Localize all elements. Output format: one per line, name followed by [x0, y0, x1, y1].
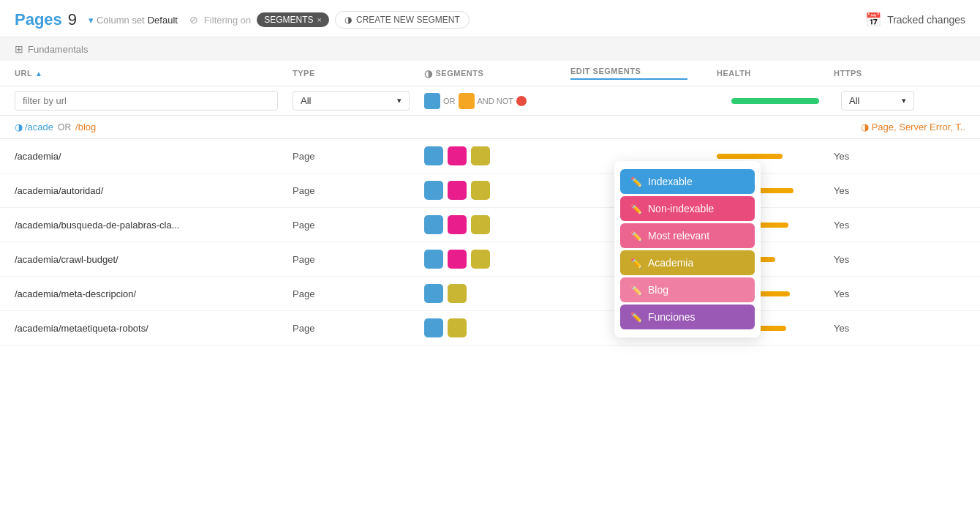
- health-bar-green: [731, 98, 819, 104]
- segment-dot-blue[interactable]: [424, 250, 443, 269]
- table-row: /academia/crawl-budget/ Page Yes: [0, 242, 980, 277]
- dropdown-item-blog[interactable]: ✏️ Blog: [620, 277, 755, 302]
- segment-dot-yellow[interactable]: [471, 250, 490, 269]
- table-header: URL ▲ TYPE ◑ SEGMENTS EDIT SEGMENTS HEAL…: [0, 61, 980, 86]
- type-filter-value: Page, Server Error, T..: [872, 122, 965, 132]
- segment-badge-label: SEGMENTS: [264, 15, 313, 25]
- segment-dot-blue[interactable]: [424, 181, 443, 200]
- segment-dot-pink[interactable]: [448, 181, 467, 200]
- dropdown-item-label: Indexable: [648, 176, 693, 187]
- page-title-area: Pages 9: [15, 10, 77, 29]
- layers-icon: ⊞: [15, 43, 23, 55]
- segment-dot-yellow[interactable]: [471, 215, 490, 234]
- active-filter-row: ◑ /acade OR /blog ◑ Page, Server Error, …: [0, 116, 980, 139]
- cell-segments: [424, 181, 570, 200]
- tracked-changes-label: Tracked changes: [887, 14, 965, 26]
- cell-type: Page: [293, 254, 424, 265]
- page-title: Pages: [15, 10, 62, 29]
- col-header-url[interactable]: URL ▲: [15, 69, 293, 78]
- https-filter-select[interactable]: All ▾: [841, 91, 914, 111]
- col-header-type[interactable]: TYPE: [293, 69, 424, 78]
- cell-segments: [424, 250, 570, 269]
- filter-row: All ▾ OR AND NOT All ▾: [0, 86, 980, 116]
- cell-type: Page: [293, 151, 424, 162]
- edit-icon: ✏️: [630, 312, 642, 323]
- tracked-changes-button[interactable]: 📅 Tracked changes: [865, 12, 965, 28]
- dropdown-item-label: Most relevant: [648, 230, 709, 242]
- segment-dot-yellow[interactable]: [471, 146, 490, 165]
- table-row: /academia/metaetiqueta-robots/ Page Yes: [0, 311, 980, 345]
- segment-badge-close[interactable]: ×: [317, 15, 322, 24]
- column-set-value: Default: [148, 15, 178, 26]
- cell-type: Page: [293, 220, 424, 231]
- chevron-down-icon: ▾: [902, 96, 906, 105]
- segment-or-label: OR: [443, 97, 456, 105]
- dropdown-item-indexable[interactable]: ✏️ Indexable: [620, 169, 755, 194]
- table-body: /academia/ Page Yes /academia/autoridad/…: [0, 139, 980, 345]
- segment-dot-blue[interactable]: [424, 284, 443, 303]
- header-left: Pages 9 ▾ Column set Default ⊘ Filtering…: [15, 10, 470, 29]
- table-row: /academia/ Page Yes: [0, 139, 980, 173]
- cell-https: Yes: [834, 323, 907, 334]
- segment-dot-blue[interactable]: [424, 215, 443, 234]
- edit-icon: ✏️: [630, 258, 642, 269]
- edit-segments-col-label: EDIT SEGMENTS: [570, 67, 641, 75]
- url-filter-input[interactable]: [15, 91, 278, 111]
- cell-https: Yes: [834, 220, 907, 231]
- edit-icon: ✏️: [630, 231, 642, 242]
- segment-and-not-label: AND NOT: [478, 97, 514, 105]
- sort-arrow-icon: ▲: [35, 70, 42, 78]
- edit-icon: ✏️: [630, 203, 642, 214]
- filter-icon: ⊘: [189, 14, 198, 26]
- segment-tag-blue[interactable]: [424, 93, 440, 109]
- filter-link-acade[interactable]: /acade: [25, 122, 53, 132]
- cell-segments: [424, 318, 570, 337]
- url-col-label: URL: [15, 69, 32, 78]
- cell-segments: [424, 284, 570, 303]
- segment-dot-yellow[interactable]: [471, 181, 490, 200]
- filter-link-blog[interactable]: /blog: [75, 122, 96, 132]
- dropdown-item-label: Blog: [648, 284, 668, 296]
- segment-dot-blue[interactable]: [424, 318, 443, 337]
- dropdown-item-most-relevant[interactable]: ✏️ Most relevant: [620, 223, 755, 248]
- cell-url: /academia/meta-descripcion/: [15, 288, 293, 299]
- segment-dot-pink[interactable]: [448, 215, 467, 234]
- column-set-selector[interactable]: ▾ Column set Default: [88, 15, 178, 26]
- segment-dot-pink[interactable]: [448, 146, 467, 165]
- segment-dot-pink[interactable]: [448, 250, 467, 269]
- cell-https: Yes: [834, 288, 907, 299]
- col-header-health: HEALTH: [717, 69, 834, 78]
- header: Pages 9 ▾ Column set Default ⊘ Filtering…: [0, 0, 980, 37]
- type-filter-select[interactable]: All ▾: [293, 91, 410, 111]
- segment-dot-yellow[interactable]: [448, 318, 467, 337]
- dropdown-item-non-indexable[interactable]: ✏️ Non-indexable: [620, 196, 755, 221]
- chevron-down-icon: ▾: [88, 15, 94, 26]
- col-header-segments[interactable]: ◑ SEGMENTS: [424, 68, 570, 79]
- create-segment-button[interactable]: ◑ CREATE NEW SEGMENT: [335, 11, 470, 29]
- health-col-label: HEALTH: [717, 69, 751, 78]
- chevron-down-icon: ▾: [397, 96, 402, 105]
- health-filter-bar[interactable]: [731, 98, 834, 104]
- pie-type-icon: ◑: [861, 122, 869, 132]
- cell-url: /academia/crawl-budget/: [15, 254, 293, 265]
- cell-https: Yes: [834, 185, 907, 196]
- health-bar: [717, 154, 783, 159]
- segment-filter-tags: OR AND NOT: [424, 93, 570, 109]
- dropdown-item-academia[interactable]: ✏️ Academia: [620, 250, 755, 275]
- cell-health: [717, 154, 834, 159]
- edit-icon: ✏️: [630, 176, 642, 187]
- create-segment-label: CREATE NEW SEGMENT: [356, 15, 460, 25]
- filtering-label: Filtering on: [204, 15, 251, 26]
- segments-col-label: SEGMENTS: [436, 69, 484, 78]
- dropdown-item-label: Funciones: [648, 311, 696, 323]
- segment-tag-orange[interactable]: [459, 93, 475, 109]
- app-container: Pages 9 ▾ Column set Default ⊘ Filtering…: [0, 0, 980, 508]
- segment-dot-yellow[interactable]: [448, 284, 467, 303]
- table-row: /academia/meta-descripcion/ Page Yes: [0, 277, 980, 311]
- segment-dot-blue[interactable]: [424, 146, 443, 165]
- dropdown-item-funciones[interactable]: ✏️ Funciones: [620, 305, 755, 329]
- cell-type: Page: [293, 288, 424, 299]
- segment-badge[interactable]: SEGMENTS ×: [257, 12, 329, 27]
- type-col-label: TYPE: [293, 69, 315, 78]
- type-select-value: All: [301, 95, 311, 106]
